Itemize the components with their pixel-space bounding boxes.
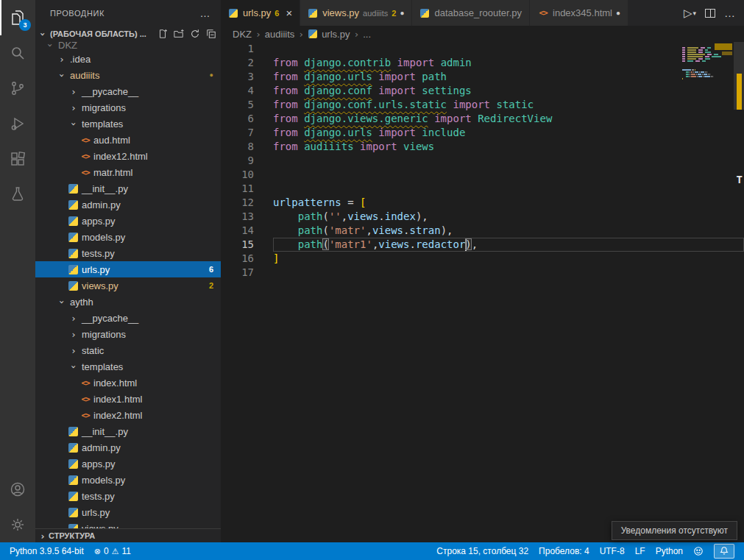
status-eol[interactable]: LF xyxy=(630,542,651,560)
tree-item-label: templates xyxy=(82,118,123,130)
source-control-activity-button[interactable] xyxy=(0,71,35,106)
breadcrumb-item-urls-py[interactable]: urls.py xyxy=(308,29,350,40)
new-file-icon[interactable] xyxy=(157,29,168,39)
code-token: ] xyxy=(273,252,279,264)
new-folder-icon[interactable] xyxy=(174,29,184,39)
split-editor-icon[interactable] xyxy=(705,9,715,18)
chevron-down-icon[interactable]: ▾ xyxy=(692,10,696,17)
breadcrumb-item-audiiits[interactable]: audiiits xyxy=(265,29,294,40)
play-icon: ▷ xyxy=(684,7,692,20)
notification-toast[interactable]: Уведомления отсутствуют xyxy=(612,521,737,540)
tree-folder-pycache[interactable]: ›__pycache__ xyxy=(35,83,221,99)
tree-folder-templates[interactable]: ›templates xyxy=(35,116,221,132)
code-content[interactable]: from django.contrib import adminfrom dja… xyxy=(266,42,744,542)
code-token: ) xyxy=(441,224,447,236)
tree-file-admin-py[interactable]: admin.py xyxy=(35,439,221,456)
modified-dot: ● xyxy=(210,71,213,79)
tree-item-label: migrations xyxy=(82,329,126,340)
tree-folder-migrations[interactable]: ›migrations xyxy=(35,99,221,116)
minimap-token xyxy=(682,47,685,49)
status-notifications[interactable] xyxy=(709,542,740,560)
tree-file-index-html[interactable]: <>index.html xyxy=(35,375,221,391)
tree-file-tests-py[interactable]: tests.py xyxy=(35,245,221,261)
tab-database-roouter-py[interactable]: database_roouter.py xyxy=(412,0,530,26)
code-editor[interactable]: 1234567891011121314151617 from django.co… xyxy=(221,42,744,542)
tree-file-index2-html[interactable]: <>index2.html xyxy=(35,407,221,423)
breadcrumb-separator-icon: › xyxy=(298,29,304,40)
views-and-more-actions-button[interactable]: … xyxy=(199,7,210,19)
tree-file-views-py[interactable]: views.py xyxy=(35,520,221,528)
tree-file-models-py[interactable]: models.py xyxy=(35,472,221,488)
status-python-version[interactable]: Python 3.9.5 64-bit xyxy=(4,542,89,560)
activity-bar-bottom xyxy=(0,472,35,542)
tree-file-views-py[interactable]: views.py2 xyxy=(35,277,221,294)
breadcrumb-item-dkz[interactable]: DKZ xyxy=(233,29,252,40)
tree-file-tests-py[interactable]: tests.py xyxy=(35,488,221,504)
close-icon[interactable]: × xyxy=(286,7,292,18)
tree-file-index1-html[interactable]: <>index1.html xyxy=(35,391,221,407)
tree-folder-migrations[interactable]: ›migrations xyxy=(35,326,221,342)
workspace-section-header[interactable]: › (РАБОЧАЯ ОБЛАСТЬ) ... xyxy=(35,26,221,42)
code-token: path xyxy=(298,224,323,236)
minimap-token xyxy=(708,74,709,75)
explorer-activity-button[interactable]: 3 xyxy=(0,0,35,35)
code-token: import xyxy=(378,127,416,138)
code-token: . xyxy=(409,238,415,250)
status-problems[interactable]: ⊗0⚠11 xyxy=(89,542,136,560)
more-actions-icon[interactable]: … xyxy=(724,7,735,19)
tree-file-apps-py[interactable]: apps.py xyxy=(35,456,221,472)
code-token: 'matr1' xyxy=(329,238,372,250)
refresh-icon[interactable] xyxy=(190,29,200,39)
testing-activity-button[interactable] xyxy=(0,177,35,212)
code-token: import xyxy=(434,113,472,124)
tree-file-init-py[interactable]: __init__.py xyxy=(35,180,221,196)
overview-ruler[interactable]: T xyxy=(734,42,744,542)
tree-file-aud-html[interactable]: <>aud.html xyxy=(35,132,221,148)
minimap-token xyxy=(687,52,696,53)
tree-file-admin-py[interactable]: admin.py xyxy=(35,196,221,213)
minimap[interactable] xyxy=(681,43,734,82)
tree-folder-static[interactable]: ›static xyxy=(35,342,221,358)
status-feedback[interactable] xyxy=(688,542,709,560)
error-icon: ⊗ xyxy=(94,547,101,556)
run-debug-activity-button[interactable] xyxy=(0,106,35,141)
tree-file-init-py[interactable]: __init__.py xyxy=(35,423,221,439)
status-language[interactable]: Python xyxy=(651,542,688,560)
tree-folder-aythh[interactable]: ›aythh xyxy=(35,294,221,310)
tree-item-label: models.py xyxy=(82,475,125,486)
tree-file-apps-py[interactable]: apps.py xyxy=(35,213,221,229)
collapse-all-icon[interactable] xyxy=(206,29,216,39)
accounts-button[interactable] xyxy=(0,472,35,507)
settings-button[interactable] xyxy=(0,507,35,542)
python-file-icon xyxy=(308,29,317,38)
minimap-token xyxy=(701,47,705,49)
tree-file-matr-html[interactable]: <>matr.html xyxy=(35,164,221,180)
code-token: index xyxy=(385,210,416,222)
tab-label: index345.html xyxy=(553,7,612,18)
tree-file-urls-py[interactable]: urls.py xyxy=(35,504,221,520)
tab-label: views.py xyxy=(322,7,359,18)
breadcrumb-item-[interactable]: ... xyxy=(363,29,371,40)
tree-file-models-py[interactable]: models.py xyxy=(35,229,221,245)
tree-folder-templates[interactable]: ›templates xyxy=(35,358,221,375)
tree-folder-idea[interactable]: ›.idea xyxy=(35,51,221,67)
search-activity-button[interactable] xyxy=(0,35,35,71)
tree-file-urls-py[interactable]: urls.py6 xyxy=(35,261,221,277)
code-token: ( xyxy=(322,224,328,236)
status-cursor-position[interactable]: Строка 15, столбец 32 xyxy=(431,542,534,560)
tab-views-py[interactable]: views.pyaudiiits2● xyxy=(300,0,412,26)
notifications-bell-box[interactable] xyxy=(714,544,734,559)
status-encoding[interactable]: UTF-8 xyxy=(595,542,630,560)
tab-urls-py[interactable]: urls.py6× xyxy=(221,0,300,26)
run-python-file-button[interactable]: ▷▾ xyxy=(684,7,696,20)
tree-folder-dkz[interactable]: ›DKZ xyxy=(35,42,221,51)
status-indentation[interactable]: Пробелов: 4 xyxy=(534,542,595,560)
code-token: 'matr' xyxy=(329,224,366,236)
tab-index345-html[interactable]: <>index345.html● xyxy=(530,0,628,26)
tree-folder-audiiits[interactable]: ›audiiits● xyxy=(35,67,221,83)
tree-file-index12-html[interactable]: <>index12.html xyxy=(35,148,221,164)
outline-section-header[interactable]: › СТРУКТУРА xyxy=(35,528,221,542)
tree-item-label: models.py xyxy=(82,232,125,243)
extensions-activity-button[interactable] xyxy=(0,141,35,177)
tree-folder-pycache[interactable]: ›__pycache__ xyxy=(35,310,221,326)
